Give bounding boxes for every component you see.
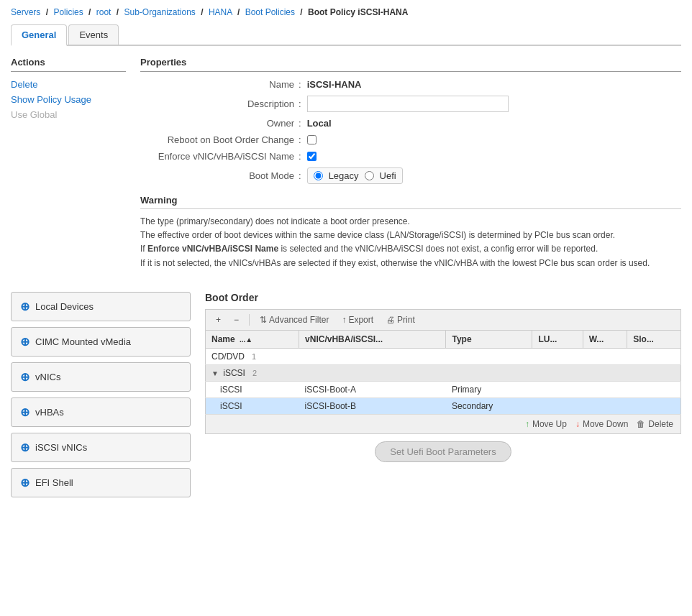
col-w[interactable]: W... — [583, 330, 627, 348]
warning-text: The type (primary/secondary) does not in… — [140, 215, 681, 270]
row-w — [583, 381, 627, 397]
efi-shell-label: EFI Shell — [35, 477, 73, 488]
prop-reboot-label: Reboot on Boot Order Change — [140, 134, 299, 145]
col-lu[interactable]: LU... — [532, 330, 583, 348]
actions-title: Actions — [11, 57, 126, 72]
show-policy-usage-link[interactable]: Show Policy Usage — [11, 94, 126, 105]
plus-icon-cimc: ⊕ — [20, 335, 29, 349]
radio-uefi-label: Uefi — [380, 170, 396, 181]
print-button[interactable]: 🖨 Print — [383, 313, 418, 326]
col-type[interactable]: Type — [446, 330, 532, 348]
use-global-link: Use Global — [11, 109, 126, 120]
table-footer: ↑ Move Up ↓ Move Down 🗑 Delete — [205, 415, 681, 434]
row-w — [583, 397, 627, 414]
efi-shell-button[interactable]: ⊕ EFI Shell — [11, 468, 191, 497]
prop-name-label: Name — [140, 79, 299, 90]
move-up-button[interactable]: ↑ Move Up — [525, 419, 567, 429]
move-down-button[interactable]: ↓ Move Down — [575, 419, 628, 429]
breadcrumb-current: Boot Policy iSCSI-HANA — [308, 7, 408, 17]
table-toolbar: + − ⇅ Advanced Filter ↑ Export 🖨 Print — [205, 309, 681, 330]
prop-reboot-row: Reboot on Boot Order Change : — [140, 134, 681, 145]
iscsi-vnics-button[interactable]: ⊕ iSCSI vNICs — [11, 433, 191, 462]
row-slo — [627, 397, 681, 414]
radio-uefi[interactable] — [365, 171, 374, 180]
cimc-mounted-button[interactable]: ⊕ CIMC Mounted vMedia — [11, 327, 191, 357]
row-slo — [627, 364, 681, 381]
prop-bootmode-row: Boot Mode : Legacy Uefi — [140, 167, 681, 184]
row-w — [583, 348, 627, 364]
plus-icon-vhbas: ⊕ — [20, 405, 29, 419]
warning-line3: If Enforce vNIC/vHBA/iSCSI Name is selec… — [140, 244, 598, 254]
col-slo[interactable]: Slo... — [627, 330, 681, 348]
row-vnic — [299, 348, 446, 364]
table-row[interactable]: CD/DVD 1 — [206, 348, 681, 364]
radio-legacy-label: Legacy — [329, 170, 359, 181]
plus-icon-local: ⊕ — [20, 300, 29, 313]
vhbas-button[interactable]: ⊕ vHBAs — [11, 397, 191, 427]
description-input[interactable] — [307, 96, 509, 112]
arrow-down-icon: ↓ — [575, 419, 580, 429]
row-name: CD/DVD 1 — [206, 348, 299, 364]
radio-legacy[interactable] — [314, 171, 323, 180]
table-header-row: Name ...▲ vNIC/vHBA/iSCSI... Type LU... — [206, 330, 681, 348]
reboot-checkbox[interactable] — [307, 135, 317, 144]
properties-section: Properties Name : iSCSI-HANA Description… — [140, 57, 681, 184]
row-type — [446, 364, 532, 381]
vnics-button[interactable]: ⊕ vNICs — [11, 362, 191, 392]
move-down-label: Move Down — [583, 419, 628, 429]
row-name: iSCSI — [206, 381, 299, 397]
table-row[interactable]: iSCSI iSCSI-Boot-A Primary — [206, 381, 681, 397]
breadcrumb: Servers / Policies / root / Sub-Organiza… — [11, 7, 681, 17]
breadcrumb-hana[interactable]: HANA — [209, 7, 232, 17]
row-type: Secondary — [446, 397, 532, 414]
plus-icon-iscsi: ⊕ — [20, 441, 29, 454]
table-row[interactable]: ▼ iSCSI 2 — [206, 364, 681, 381]
breadcrumb-root[interactable]: root — [96, 7, 111, 17]
print-label: Print — [397, 315, 415, 325]
print-icon: 🖨 — [386, 315, 395, 325]
tab-general[interactable]: General — [11, 24, 67, 46]
col-vnic[interactable]: vNIC/vHBA/iSCSI... — [299, 330, 446, 348]
local-devices-button[interactable]: ⊕ Local Devices — [11, 292, 191, 321]
row-slo — [627, 381, 681, 397]
bottom-section: ⊕ Local Devices ⊕ CIMC Mounted vMedia ⊕ … — [11, 292, 681, 497]
tab-events[interactable]: Events — [68, 24, 119, 45]
breadcrumb-policies[interactable]: Policies — [53, 7, 83, 17]
iscsi-vnics-label: iSCSI vNICs — [35, 442, 87, 453]
breadcrumb-servers[interactable]: Servers — [11, 7, 40, 17]
delete-link[interactable]: Delete — [11, 79, 126, 90]
row-slo — [627, 348, 681, 364]
left-panel: Actions Delete Show Policy Usage Use Glo… — [11, 57, 126, 281]
delete-row-button[interactable]: 🗑 Delete — [637, 419, 673, 429]
sort-icon: ...▲ — [240, 336, 252, 344]
row-vnic — [299, 364, 446, 381]
warning-section: Warning The type (primary/secondary) doe… — [140, 195, 681, 270]
prop-owner-row: Owner : Local — [140, 118, 681, 129]
set-uefi-button[interactable]: Set Uefi Boot Parameters — [375, 441, 511, 462]
remove-button[interactable]: − — [231, 313, 242, 326]
breadcrumb-sub-org[interactable]: Sub-Organizations — [124, 7, 195, 17]
vhbas-label: vHBAs — [35, 407, 64, 418]
prop-owner-label: Owner — [140, 118, 299, 129]
table-row[interactable]: iSCSI iSCSI-Boot-B Secondary — [206, 397, 681, 414]
device-buttons: ⊕ Local Devices ⊕ CIMC Mounted vMedia ⊕ … — [11, 292, 191, 497]
tab-bar: General Events — [11, 24, 681, 46]
prop-description-row: Description : — [140, 96, 681, 112]
delete-icon: 🗑 — [637, 419, 645, 429]
advanced-filter-button[interactable]: ⇅ Advanced Filter — [257, 313, 332, 326]
prop-enforce-row: Enforce vNIC/vHBA/iSCSI Name : — [140, 151, 681, 162]
export-label: Export — [348, 315, 373, 325]
export-button[interactable]: ↑ Export — [339, 313, 376, 326]
filter-icon: ⇅ — [260, 315, 267, 325]
properties-title: Properties — [140, 57, 681, 72]
col-name[interactable]: Name ...▲ — [206, 330, 299, 348]
add-button[interactable]: + — [213, 313, 224, 326]
enforce-checkbox[interactable] — [307, 152, 317, 161]
prop-bootmode-label: Boot Mode — [140, 170, 299, 181]
remove-icon: − — [234, 315, 239, 325]
breadcrumb-boot-policies[interactable]: Boot Policies — [245, 7, 295, 17]
local-devices-label: Local Devices — [35, 301, 94, 312]
set-uefi-container: Set Uefi Boot Parameters — [205, 441, 681, 462]
row-lu — [532, 348, 583, 364]
boot-order-table: Name ...▲ vNIC/vHBA/iSCSI... Type LU... — [205, 330, 681, 415]
